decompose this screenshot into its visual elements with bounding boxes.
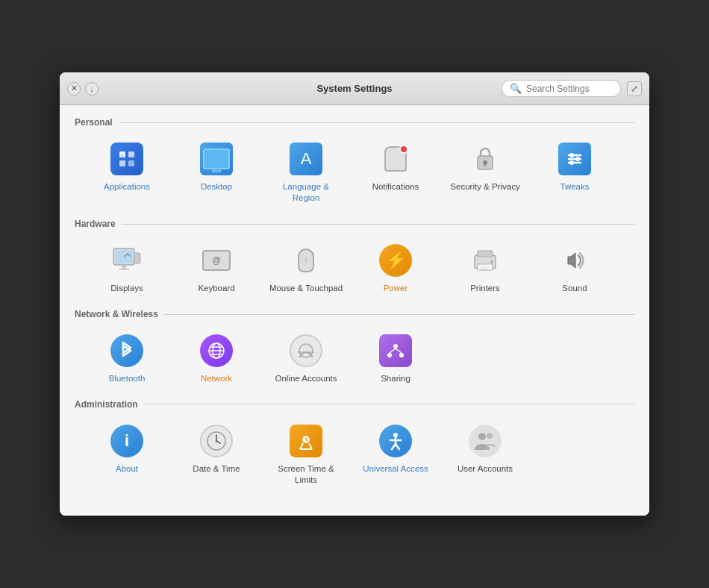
section-divider-personal xyxy=(119,122,634,123)
section-header-admin: Administration xyxy=(75,399,634,410)
displays-label: Displays xyxy=(110,283,143,294)
expand-button[interactable]: ⤢ xyxy=(627,81,642,96)
svg-point-19 xyxy=(490,260,493,263)
svg-rect-14 xyxy=(119,269,129,270)
svg-point-37 xyxy=(216,440,218,442)
settings-item-universal[interactable]: Universal Access xyxy=(351,417,440,492)
notifications-label: Notifications xyxy=(372,181,419,193)
settings-item-network[interactable]: Network xyxy=(172,327,261,390)
section-header-hardware: Hardware xyxy=(75,219,634,229)
svg-point-48 xyxy=(487,433,493,439)
settings-item-keyboard[interactable]: @ Keyboard xyxy=(172,237,261,300)
displays-icon xyxy=(110,244,143,277)
settings-item-tweaks[interactable]: Tweaks xyxy=(530,135,619,210)
applications-icon: ♪ xyxy=(110,143,143,175)
mouse-icon-wrap xyxy=(288,243,324,278)
svg-point-29 xyxy=(393,344,398,348)
section-label-hardware: Hardware xyxy=(75,219,116,229)
svg-line-32 xyxy=(390,348,396,353)
personal-grid: ♪ Applications Desktop xyxy=(75,135,634,210)
language-label: Language & Region xyxy=(269,181,343,204)
printers-icon-wrap xyxy=(467,243,503,278)
notifications-icon-wrap xyxy=(378,141,413,177)
section-divider-hardware xyxy=(122,224,634,225)
settings-item-printers[interactable]: Printers xyxy=(440,237,530,300)
svg-rect-15 xyxy=(134,253,140,263)
titlebar-right: 🔍 ⤢ xyxy=(502,80,642,97)
power-label: Power xyxy=(384,283,408,294)
sharing-label: Sharing xyxy=(381,373,410,384)
settings-item-applications[interactable]: ♪ Applications xyxy=(82,135,172,210)
svg-rect-3 xyxy=(128,160,134,166)
settings-item-users[interactable]: User Accounts xyxy=(440,417,530,492)
section-label-admin: Administration xyxy=(75,399,138,410)
svg-rect-20 xyxy=(480,266,490,268)
search-input[interactable] xyxy=(526,84,616,94)
power-icon: ⚡ xyxy=(379,244,412,277)
datetime-icon xyxy=(200,425,233,457)
svg-rect-1 xyxy=(128,151,134,157)
svg-point-30 xyxy=(387,353,392,357)
universal-icon-wrap xyxy=(378,423,413,459)
desktop-screen xyxy=(203,148,230,169)
users-icon-wrap xyxy=(467,423,503,459)
svg-point-8 xyxy=(569,153,574,157)
keyboard-icon: @ xyxy=(200,244,233,277)
tweaks-label: Tweaks xyxy=(560,181,590,193)
sound-icon-wrap xyxy=(557,243,593,278)
about-label: About xyxy=(116,463,138,475)
settings-item-power[interactable]: ⚡ Power xyxy=(351,237,440,300)
settings-item-bluetooth[interactable]: Bluetooth xyxy=(82,327,172,390)
section-label-personal: Personal xyxy=(75,117,113,128)
window-title: System Settings xyxy=(316,83,392,94)
universal-label: Universal Access xyxy=(363,463,428,475)
sound-icon xyxy=(558,244,591,277)
datetime-label: Date & Time xyxy=(193,463,240,475)
svg-rect-21 xyxy=(480,269,487,270)
svg-point-47 xyxy=(478,433,486,440)
applications-icon-wrap: ♪ xyxy=(109,141,145,177)
close-button[interactable]: ✕ xyxy=(67,82,81,96)
network-grid: Bluetooth xyxy=(75,327,634,390)
settings-item-language[interactable]: A Language & Region xyxy=(261,135,351,210)
settings-item-displays[interactable]: Displays xyxy=(82,237,172,300)
screentime-label: Screen Time & Limits xyxy=(269,463,343,486)
section-network: Network & Wireless Bluetooth xyxy=(75,309,634,390)
settings-item-sharing[interactable]: Sharing xyxy=(351,327,440,390)
keyboard-shape: @ xyxy=(202,250,231,271)
settings-item-about[interactable]: i About xyxy=(82,417,172,492)
minimize-button[interactable]: ↓ xyxy=(85,82,99,96)
settings-item-sound[interactable]: Sound xyxy=(530,237,619,300)
network-icon-wrap xyxy=(199,333,234,369)
about-icon-wrap: i xyxy=(109,423,145,459)
section-personal: Personal ♪ xyxy=(75,117,634,210)
mouse-shape xyxy=(298,248,314,272)
search-box[interactable]: 🔍 xyxy=(502,80,621,97)
power-icon-wrap: ⚡ xyxy=(378,243,413,278)
desktop-label: Desktop xyxy=(201,181,232,193)
applications-label: Applications xyxy=(104,181,150,193)
section-divider-admin xyxy=(144,404,634,404)
mouse-icon xyxy=(290,244,322,277)
network-icon xyxy=(200,334,233,367)
settings-item-security[interactable]: Security & Privacy xyxy=(440,135,530,210)
desktop-icon-wrap xyxy=(199,141,234,177)
mouse-label: Mouse & Touchpad xyxy=(269,283,343,294)
settings-item-datetime[interactable]: Date & Time xyxy=(172,417,261,492)
online-accounts-icon-wrap xyxy=(288,333,324,369)
displays-icon-wrap xyxy=(109,243,145,278)
mouse-divider xyxy=(306,257,307,263)
settings-item-desktop[interactable]: Desktop xyxy=(172,135,261,210)
section-label-network: Network & Wireless xyxy=(75,309,158,319)
settings-item-screentime[interactable]: Screen Time & Limits xyxy=(261,417,351,492)
settings-item-notifications[interactable]: Notifications xyxy=(351,135,440,210)
settings-item-online-accounts[interactable]: Online Accounts xyxy=(261,327,351,390)
users-label: User Accounts xyxy=(457,463,513,475)
settings-item-mouse[interactable]: Mouse & Touchpad xyxy=(261,237,351,300)
section-header-personal: Personal xyxy=(75,117,634,128)
svg-point-9 xyxy=(575,157,580,161)
hardware-grid: Displays @ Keyboard xyxy=(75,237,634,300)
keyboard-label: Keyboard xyxy=(198,283,234,294)
administration-grid: i About xyxy=(75,417,634,492)
security-icon-wrap xyxy=(467,141,503,177)
